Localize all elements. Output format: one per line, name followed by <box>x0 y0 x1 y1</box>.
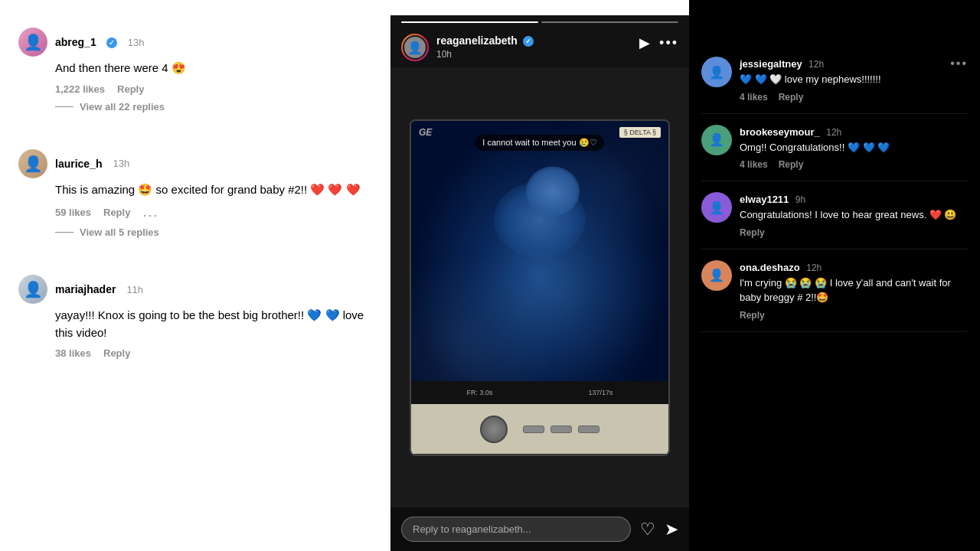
right-comment-text: Congratulations! I love to hear great ne… <box>740 207 968 223</box>
story-reply-bar: Reply to reaganelizabeth... ♡ ➤ <box>390 507 689 551</box>
avatar: 👤 <box>701 192 732 223</box>
right-comment-content: jessiegaltney 12h ••• 💙 💙 🤍 love my neph… <box>740 57 968 103</box>
story-avatar: 👤 <box>401 34 429 61</box>
story-content: GE § DELTA § I cannot wait to meet you 😢… <box>390 67 689 507</box>
right-comment-header: 👤 jessiegaltney 12h ••• 💙 💙 🤍 love my ne… <box>701 57 968 103</box>
story-verified-badge <box>523 36 534 47</box>
right-comment-header: 👤 brookeseymour_ 12h Omg!! Congratulatio… <box>701 125 968 171</box>
story-reply-input[interactable]: Reply to reaganelizabeth... <box>401 517 631 542</box>
progress-bar-2 <box>541 21 678 23</box>
control-buttons <box>523 425 599 433</box>
comment-block: 👤 mariajhader 11h yayay!!! Knox is going… <box>18 262 372 377</box>
comment-actions: 38 likes Reply <box>55 347 372 359</box>
avatar: 👤 <box>18 275 47 304</box>
verified-badge <box>106 37 117 48</box>
more-options-button[interactable]: ••• <box>950 57 968 70</box>
right-likes-count: 4 likes <box>740 159 768 170</box>
right-username: brookeseymour_ <box>740 126 820 138</box>
comment-text: This is amazing 🤩 so excited for grand b… <box>55 181 372 199</box>
story-header: 👤 reaganelizabeth 10h ▶ ••• <box>390 15 689 67</box>
right-comments-panel: 👤 jessiegaltney 12h ••• 💙 💙 🤍 love my ne… <box>689 0 980 551</box>
right-comment-actions: Reply <box>740 310 968 321</box>
right-comment-block: 👤 ona.deshazo 12h I'm crying 😭 😭 😭 I lov… <box>701 249 968 332</box>
user-icon: 👤 <box>709 268 724 282</box>
comment-username: abreg_1 <box>55 36 96 48</box>
story-top-bar <box>390 0 689 15</box>
view-replies-text[interactable]: View all 5 replies <box>80 227 159 238</box>
replies-line <box>55 106 74 107</box>
right-time: 9h <box>795 194 805 205</box>
reply-button[interactable]: Reply <box>103 347 130 359</box>
more-options-button[interactable]: ••• <box>659 35 678 51</box>
story-progress-bars <box>401 21 678 23</box>
user-icon: 👤 <box>24 33 43 51</box>
right-comment-content: brookeseymour_ 12h Omg!! Congratulations… <box>740 125 968 171</box>
right-comment-content: ona.deshazo 12h I'm crying 😭 😭 😭 I love … <box>740 260 968 321</box>
story-panel: 👤 reaganelizabeth 10h ▶ ••• <box>390 0 689 551</box>
view-replies-text[interactable]: View all 22 replies <box>80 101 165 112</box>
like-button[interactable]: ♡ <box>640 520 655 540</box>
right-time: 12h <box>806 262 822 273</box>
right-username: elway1211 <box>740 194 789 205</box>
story-time: 10h <box>436 49 452 60</box>
more-options-button[interactable]: ... <box>142 204 158 220</box>
right-time: 12h <box>826 127 841 138</box>
right-username: jessiegaltney <box>740 58 802 70</box>
machine-controls <box>411 404 668 454</box>
progress-bar-1 <box>401 21 538 23</box>
comment-text: And then there were 4 😍 <box>55 60 372 77</box>
user-icon: 👤 <box>709 201 724 215</box>
view-replies[interactable]: View all 22 replies <box>55 101 372 112</box>
ctrl-btn-2 <box>550 425 572 433</box>
right-reply-button[interactable]: Reply <box>779 159 804 170</box>
comment-header: 👤 laurice_h 13h <box>18 149 372 178</box>
ultrasound-info: FR: 3.0s <box>466 389 492 396</box>
likes-count: 1,222 likes <box>55 83 105 95</box>
user-icon: 👤 <box>24 155 43 173</box>
reply-button[interactable]: Reply <box>117 83 144 95</box>
comment-time: 13h <box>113 158 129 169</box>
comment-text: yayay!!! Knox is going to be the best bi… <box>55 307 372 341</box>
right-comment-header: 👤 elway1211 9h Congratulations! I love t… <box>701 192 968 238</box>
right-username: ona.deshazo <box>740 262 800 273</box>
story-controls: ▶ ••• <box>639 34 678 51</box>
comment-actions: 59 likes Reply ... <box>55 204 372 220</box>
story-user-details: reaganelizabeth 10h <box>436 34 534 60</box>
ultrasound-bottom-bar: FR: 3.0s 137/17s <box>411 381 668 404</box>
right-top-space <box>701 0 968 46</box>
comment-time: 13h <box>128 37 145 48</box>
view-replies[interactable]: View all 5 replies <box>55 227 372 238</box>
comment-username: mariajhader <box>55 283 116 295</box>
ultrasound-machine: GE § DELTA § I cannot wait to meet you 😢… <box>410 119 670 456</box>
right-time: 12h <box>808 59 824 70</box>
avatar: 👤 <box>18 28 47 57</box>
user-icon: 👤 <box>709 132 724 147</box>
ultrasound-image <box>411 121 668 405</box>
right-reply-button[interactable]: Reply <box>740 310 765 321</box>
user-icon: 👤 <box>24 280 43 298</box>
story-avatar-inner: 👤 <box>403 35 427 60</box>
ctrl-btn-3 <box>578 425 599 433</box>
reply-button[interactable]: Reply <box>103 207 130 218</box>
comment-header: 👤 abreg_1 13h <box>18 28 372 57</box>
likes-count: 59 likes <box>55 207 91 218</box>
send-button[interactable]: ➤ <box>665 520 678 540</box>
right-comment-text: 💙 💙 🤍 love my nephews!!!!!!! <box>740 72 968 87</box>
right-comment-actions: 4 likes Reply <box>740 159 968 170</box>
ctrl-btn-1 <box>523 425 544 433</box>
right-reply-button[interactable]: Reply <box>740 227 765 238</box>
play-button[interactable]: ▶ <box>639 34 650 51</box>
delta-sticker: § DELTA § <box>619 127 661 138</box>
speech-bubble: I cannot wait to meet you 😢♡ <box>475 135 604 151</box>
right-likes-count: 4 likes <box>740 92 768 103</box>
right-comment-content: elway1211 9h Congratulations! I love to … <box>740 192 968 238</box>
right-comment-block: 👤 brookeseymour_ 12h Omg!! Congratulatio… <box>701 114 968 182</box>
story-user-info: 👤 reaganelizabeth 10h <box>401 34 534 61</box>
comment-time: 11h <box>126 284 143 295</box>
right-reply-button[interactable]: Reply <box>779 92 804 103</box>
right-comment-actions: 4 likes Reply <box>740 92 968 103</box>
comment-actions: 1,222 likes Reply <box>55 83 372 95</box>
right-comment-block: 👤 jessiegaltney 12h ••• 💙 💙 🤍 love my ne… <box>701 46 968 114</box>
avatar: 👤 <box>701 57 732 87</box>
left-comments-panel: 👤 abreg_1 13h And then there were 4 😍 1,… <box>0 0 390 551</box>
